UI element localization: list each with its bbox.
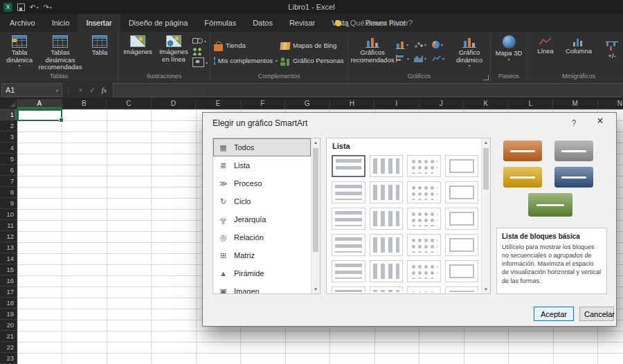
pivotchart-button[interactable]: Gráfico dinámico ▾ <box>451 34 488 69</box>
cancelar-button[interactable]: Cancelar <box>579 307 614 321</box>
category-jerarquia[interactable]: ╦Jerarquía <box>213 210 311 228</box>
pictures-button[interactable]: Imágenes <box>120 34 155 57</box>
row-header-12[interactable]: 12 <box>0 231 17 242</box>
tab-revisar[interactable]: Revisar <box>281 14 323 32</box>
row-header-5[interactable]: 5 <box>0 154 17 165</box>
insert-column-chart-button[interactable]: ▾ <box>396 38 413 51</box>
scrollbar-thumb[interactable] <box>483 148 489 190</box>
tab-insertar[interactable]: Insertar <box>78 14 120 32</box>
row-header-20[interactable]: 20 <box>0 320 17 331</box>
row-header-18[interactable]: 18 <box>0 298 17 309</box>
formula-input[interactable] <box>113 83 623 97</box>
smartart-thumbnail-6[interactable] <box>370 181 404 203</box>
insert-scatter-chart-button[interactable]: ▾ <box>414 38 431 51</box>
row-header-2[interactable]: 2 <box>0 120 17 131</box>
tell-me-box[interactable]: ¿Qué desea hacer? <box>335 14 413 32</box>
row-header-1[interactable]: 1 <box>0 109 17 120</box>
scrollbar-thumb[interactable] <box>313 148 318 252</box>
column-header-l[interactable]: L <box>509 98 554 109</box>
save-button[interactable] <box>17 3 25 11</box>
tab-formulas[interactable]: Fórmulas <box>196 14 244 32</box>
smartart-thumbnail-13[interactable] <box>332 234 365 256</box>
table-button[interactable]: Tabla <box>84 34 116 57</box>
recommended-charts-button[interactable]: Gráficos recomendados <box>350 34 395 64</box>
row-header-13[interactable]: 13 <box>0 242 17 253</box>
row-header-19[interactable]: 19 <box>0 309 17 320</box>
column-header-h[interactable]: H <box>330 98 375 109</box>
sparkline-column-button[interactable]: Columna <box>561 34 596 56</box>
scroll-down-icon[interactable]: ▼ <box>312 285 320 293</box>
dialog-help-button[interactable]: ? <box>569 118 579 128</box>
excel-logo-icon[interactable]: X <box>3 3 12 12</box>
column-header-g[interactable]: G <box>285 98 330 109</box>
sparkline-winloss-button[interactable]: +/- <box>596 34 623 61</box>
smartart-button[interactable] <box>192 47 208 55</box>
shapes-button[interactable]: ▾ <box>192 37 208 45</box>
screenshot-button[interactable]: ▾ <box>192 57 208 67</box>
smartart-thumbnail-2[interactable] <box>370 155 404 177</box>
my-addins-button[interactable]: Mis complementos▾ <box>213 55 279 68</box>
enter-entry-icon[interactable]: ✓ <box>87 86 98 95</box>
smartart-thumbnail-18[interactable] <box>370 260 404 282</box>
row-header-9[interactable]: 9 <box>0 198 17 209</box>
smartart-thumbnail-16[interactable] <box>445 234 479 256</box>
column-header-k[interactable]: K <box>464 98 509 109</box>
tab-datos[interactable]: Datos <box>244 14 281 32</box>
smartart-thumbnail-15[interactable] <box>407 234 441 256</box>
recommended-pivottables-button[interactable]: Tablas dinámicas recomendadas <box>37 34 84 72</box>
smartart-thumbnail-3[interactable] <box>407 155 441 177</box>
smartart-thumbnail-21[interactable] <box>332 286 365 292</box>
row-header-17[interactable]: 17 <box>0 286 17 298</box>
store-button[interactable]: Tienda <box>213 39 279 53</box>
smartart-thumbnail-1[interactable] <box>332 155 365 177</box>
row-header-16[interactable]: 16 <box>0 275 17 286</box>
gallery-scrollbar[interactable]: ▲ ▼ <box>481 138 490 293</box>
smartart-thumbnail-14[interactable] <box>370 234 404 256</box>
smartart-thumbnail-10[interactable] <box>370 208 404 230</box>
column-header-f[interactable]: F <box>241 98 286 109</box>
column-header-e[interactable]: E <box>196 98 241 109</box>
smartart-thumbnail-17[interactable] <box>332 260 365 282</box>
category-scrollbar[interactable]: ▲ ▼ <box>311 138 320 293</box>
name-box[interactable]: A1 ▾ <box>1 83 62 97</box>
row-header-7[interactable]: 7 <box>0 176 17 187</box>
column-header-a[interactable]: A <box>17 98 62 109</box>
smartart-thumbnail-24[interactable] <box>445 286 479 292</box>
category-imagen[interactable]: ▣Imagen <box>213 282 311 294</box>
aceptar-button[interactable]: Aceptar <box>534 307 574 321</box>
column-header-m[interactable]: M <box>553 98 598 109</box>
pivot-table-button[interactable]: Tabla dinámica ▾ <box>2 34 37 69</box>
tab-inicio[interactable]: Inicio <box>44 14 78 32</box>
row-header-4[interactable]: 4 <box>0 143 17 154</box>
select-all-corner[interactable] <box>0 98 17 109</box>
smartart-thumbnail-9[interactable] <box>332 208 365 230</box>
insert-line-chart-button[interactable]: ▾ <box>432 52 449 65</box>
column-header-b[interactable]: B <box>62 98 107 109</box>
category-relacion[interactable]: ◎Relación <box>213 228 311 246</box>
row-header-14[interactable]: 14 <box>0 253 17 264</box>
column-header-d[interactable]: D <box>152 98 197 109</box>
smartart-thumbnail-20[interactable] <box>445 260 479 282</box>
column-header-n[interactable]: N <box>598 98 623 109</box>
dialog-close-button[interactable]: × <box>594 115 606 127</box>
scroll-down-icon[interactable]: ▼ <box>482 285 490 293</box>
smartart-thumbnail-11[interactable] <box>407 208 441 230</box>
redo-button[interactable]: ↷▾ <box>43 3 51 11</box>
smartart-thumbnail-4[interactable] <box>445 155 479 177</box>
category-proceso[interactable]: ≫Proceso <box>213 174 311 192</box>
category-piramide[interactable]: ▲Pirámide <box>213 264 311 282</box>
bing-maps-button[interactable]: Mapas de Bing <box>279 39 345 53</box>
insert-function-icon[interactable]: fx <box>98 86 110 94</box>
category-matriz[interactable]: ⊞Matriz <box>213 246 311 264</box>
map-3d-button[interactable]: Mapa 3D ▾ <box>493 34 525 62</box>
smartart-thumbnail-5[interactable] <box>332 181 365 203</box>
online-pictures-button[interactable]: Imágenes en línea <box>155 34 192 64</box>
smartart-thumbnail-8[interactable] <box>445 181 479 203</box>
people-graph-button[interactable]: Gráfico Personas <box>279 55 345 68</box>
cancel-entry-icon[interactable]: × <box>75 86 87 94</box>
undo-button[interactable]: ↶▾ <box>30 3 38 11</box>
row-header-22[interactable]: 22 <box>0 342 17 353</box>
insert-bar-chart-button[interactable]: ▾ <box>396 52 413 65</box>
tab-diseno-de-pagina[interactable]: Diseño de página <box>120 14 197 32</box>
category-ciclo[interactable]: ↻Ciclo <box>213 192 311 210</box>
